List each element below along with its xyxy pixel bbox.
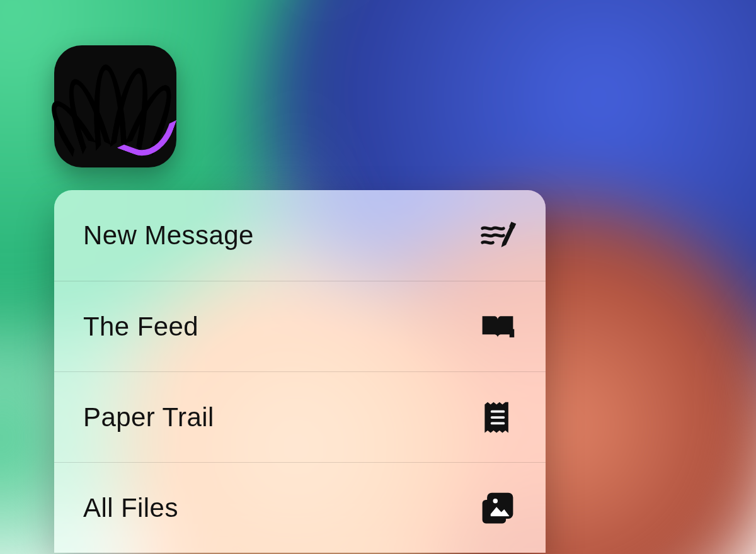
quick-action-new-message[interactable]: New Message [54,190,546,281]
quick-action-label: The Feed [83,312,198,342]
svg-rect-1 [510,329,515,337]
rainbow-hand-icon [68,62,163,156]
quick-action-label: All Files [83,493,178,523]
gallery-stack-icon [479,489,517,527]
receipt-icon [479,399,517,436]
quick-actions-menu: New Message The Feed [54,190,546,553]
compose-icon [479,217,517,254]
quick-action-label: Paper Trail [83,402,214,432]
quick-action-all-files[interactable]: All Files [54,462,546,553]
book-open-icon [479,308,517,346]
quick-action-paper-trail[interactable]: Paper Trail [54,371,546,462]
app-icon[interactable] [54,45,176,167]
quick-action-the-feed[interactable]: The Feed [54,281,546,371]
svg-point-7 [493,499,498,504]
quick-action-label: New Message [83,220,254,251]
